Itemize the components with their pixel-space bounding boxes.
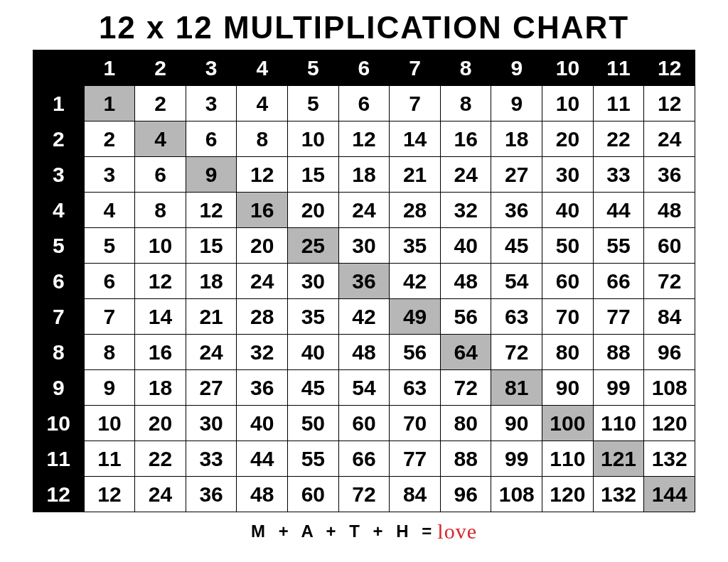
row-header: 9 [33,370,85,406]
table-cell: 36 [491,193,542,228]
row-header: 12 [33,477,85,512]
table-cell: 56 [390,335,441,370]
table-cell: 48 [440,264,491,299]
table-cell: 5 [84,228,135,264]
table-cell: 54 [491,264,542,299]
table-cell: 27 [491,157,542,193]
table-cell: 120 [542,477,594,512]
table-cell: 16 [440,121,491,157]
table-cell: 36 [338,264,390,299]
table-cell: 72 [491,335,542,370]
table-cell: 8 [84,335,135,370]
table-cell: 22 [135,441,186,477]
table-cell: 63 [390,370,441,406]
table-cell: 12 [84,477,135,512]
table-cell: 80 [542,335,594,370]
footer-love-text: love [437,519,477,544]
table-cell: 9 [84,370,135,406]
table-corner [33,50,85,86]
table-cell: 84 [644,299,695,335]
table-cell: 16 [135,335,186,370]
col-header: 7 [390,50,441,86]
col-header: 10 [542,50,594,86]
col-header: 3 [186,50,237,86]
table-cell: 8 [440,86,491,121]
table-cell: 21 [390,157,441,193]
table-cell: 40 [288,335,339,370]
table-cell: 60 [542,264,594,299]
table-cell: 44 [237,441,288,477]
table-cell: 63 [491,299,542,335]
table-cell: 108 [644,370,695,406]
table-cell: 44 [593,193,644,228]
table-cell: 72 [644,264,695,299]
table-cell: 40 [542,193,594,228]
table-cell: 66 [338,441,390,477]
table-cell: 24 [644,121,695,157]
table-cell: 33 [186,441,237,477]
table-cell: 20 [288,193,339,228]
table-cell: 120 [644,406,695,441]
table-cell: 66 [593,264,644,299]
row-header: 10 [33,406,85,441]
col-header: 4 [237,50,288,86]
table-cell: 64 [440,335,491,370]
row-header: 2 [33,121,85,157]
table-cell: 24 [338,193,390,228]
table-cell: 6 [84,264,135,299]
table-cell: 72 [440,370,491,406]
table-cell: 45 [288,370,339,406]
table-cell: 70 [542,299,594,335]
table-cell: 3 [84,157,135,193]
table-cell: 8 [135,193,186,228]
table-cell: 90 [491,406,542,441]
table-cell: 108 [491,477,542,512]
table-cell: 36 [186,477,237,512]
table-cell: 35 [288,299,339,335]
table-cell: 28 [237,299,288,335]
table-cell: 5 [288,86,339,121]
footer-math-text: M + A + T + H = [251,522,436,541]
table-cell: 27 [186,370,237,406]
col-header: 6 [338,50,390,86]
table-cell: 2 [135,86,186,121]
table-cell: 96 [644,335,695,370]
table-cell: 84 [390,477,441,512]
table-cell: 48 [644,193,695,228]
col-header: 11 [593,50,644,86]
col-header: 8 [440,50,491,86]
table-cell: 30 [338,228,390,264]
table-cell: 8 [237,121,288,157]
table-cell: 12 [135,264,186,299]
table-cell: 24 [237,264,288,299]
chart-title: 12 x 12 MULTIPLICATION CHART [99,10,629,45]
table-cell: 96 [440,477,491,512]
table-cell: 88 [593,335,644,370]
table-cell: 16 [237,193,288,228]
table-cell: 121 [593,441,644,477]
table-cell: 15 [186,228,237,264]
table-cell: 30 [542,157,594,193]
table-cell: 11 [593,86,644,121]
table-cell: 3 [186,86,237,121]
table-cell: 4 [237,86,288,121]
table-cell: 22 [593,121,644,157]
table-cell: 77 [390,441,441,477]
table-cell: 10 [542,86,594,121]
table-cell: 25 [288,228,339,264]
row-header: 11 [33,441,85,477]
table-cell: 4 [135,121,186,157]
table-cell: 20 [135,406,186,441]
table-cell: 10 [84,406,135,441]
row-header: 4 [33,193,85,228]
row-header: 3 [33,157,85,193]
table-cell: 32 [237,335,288,370]
row-header: 7 [33,299,85,335]
table-cell: 10 [135,228,186,264]
multiplication-table-container: 1234567891011121123456789101112224681012… [33,50,695,512]
table-cell: 110 [593,406,644,441]
table-cell: 2 [84,121,135,157]
table-cell: 88 [440,441,491,477]
table-cell: 6 [338,86,390,121]
table-cell: 56 [440,299,491,335]
